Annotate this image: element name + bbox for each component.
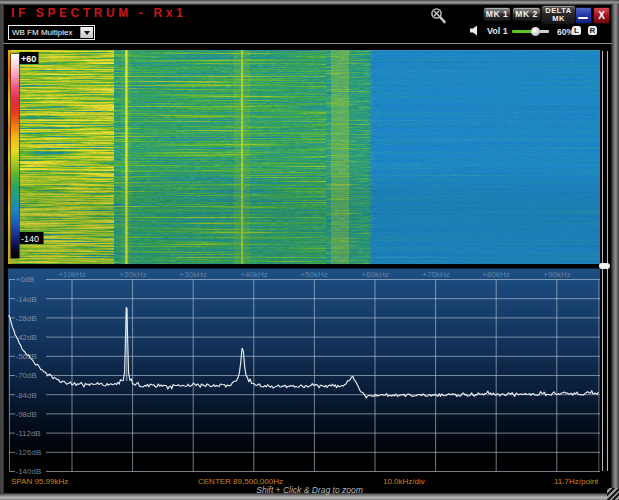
- svg-text:+40kHz: +40kHz: [240, 270, 267, 279]
- svg-text:+30kHz: +30kHz: [179, 270, 206, 279]
- svg-text:+60: +60: [21, 54, 36, 64]
- svg-text:-140dB: -140dB: [16, 467, 42, 474]
- svg-text:+0dB: +0dB: [16, 275, 35, 284]
- svg-text:+70kHz: +70kHz: [422, 270, 449, 279]
- svg-text:+90kHz: +90kHz: [543, 270, 570, 279]
- svg-text:+50kHz: +50kHz: [300, 270, 327, 279]
- svg-text:+10kHz: +10kHz: [58, 270, 85, 279]
- svg-text:-140: -140: [21, 234, 39, 244]
- svg-text:-70dB: -70dB: [16, 371, 37, 380]
- svg-text:-126dB: -126dB: [16, 448, 42, 457]
- svg-text:-28dB: -28dB: [16, 314, 37, 323]
- svg-text:+60kHz: +60kHz: [361, 270, 388, 279]
- svg-text:-14dB: -14dB: [16, 295, 37, 304]
- svg-text:-84dB: -84dB: [16, 391, 37, 400]
- svg-text:-98dB: -98dB: [16, 410, 37, 419]
- svg-text:+20kHz: +20kHz: [119, 270, 146, 279]
- svg-text:+80kHz: +80kHz: [482, 270, 509, 279]
- svg-text:-112dB: -112dB: [16, 429, 41, 438]
